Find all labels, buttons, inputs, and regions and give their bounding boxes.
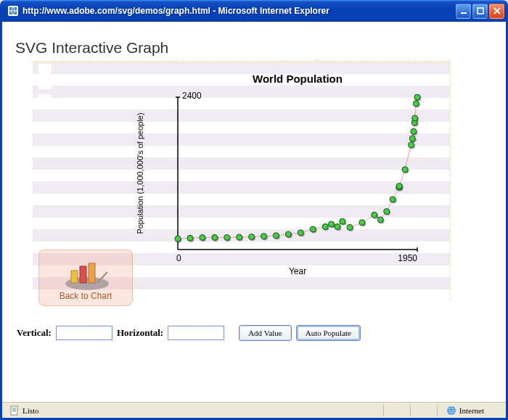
window-title: http://www.adobe.com/svg/demos/graph.htm… (22, 6, 456, 16)
svg-text:2400: 2400 (182, 91, 202, 101)
svg-point-72 (347, 224, 353, 230)
svg-point-69 (329, 221, 335, 227)
legend-placeholder (38, 64, 52, 104)
svg-rect-1 (461, 12, 467, 14)
svg-point-83 (411, 128, 417, 134)
bar-chart-icon (61, 256, 110, 291)
svg-point-63 (261, 234, 266, 239)
svg-point-71 (340, 218, 345, 224)
svg-point-76 (384, 209, 390, 215)
status-left: Listo (22, 406, 39, 415)
svg-point-65 (285, 231, 291, 237)
svg-point-87 (414, 94, 420, 100)
svg-point-67 (310, 226, 316, 232)
status-right: Internet (459, 406, 484, 415)
auto-populate-button[interactable]: Auto Populate (296, 325, 361, 341)
svg-text:Year: Year (289, 266, 306, 276)
svg-point-74 (372, 212, 377, 218)
document-icon (9, 405, 20, 416)
maximize-button[interactable] (472, 4, 488, 19)
svg-point-64 (273, 233, 279, 239)
svg-point-73 (359, 220, 365, 226)
internet-zone-icon (446, 405, 456, 416)
statusbar: Listo Internet (2, 402, 506, 418)
svg-point-86 (413, 101, 419, 107)
svg-rect-92 (11, 406, 17, 415)
svg-point-66 (298, 230, 303, 236)
svg-rect-91 (89, 263, 95, 283)
chart-panel: World Population240001950YearPopulation … (33, 61, 451, 300)
svg-point-80 (402, 167, 408, 173)
svg-point-61 (237, 234, 242, 240)
svg-point-59 (212, 234, 218, 240)
svg-point-70 (335, 224, 340, 230)
page-title: SVG Interactive Graph (15, 39, 493, 57)
vertical-label: Vertical: (17, 327, 52, 339)
add-value-button[interactable]: Add Value (239, 325, 292, 341)
svg-point-57 (187, 235, 193, 241)
svg-point-82 (409, 136, 415, 141)
svg-text:1950: 1950 (398, 253, 417, 263)
svg-rect-2 (478, 8, 483, 14)
minimize-button[interactable] (456, 4, 471, 19)
controls-row: Vertical: Horizontal: Add Value Auto Pop… (15, 325, 493, 341)
chart: World Population240001950YearPopulation … (127, 67, 432, 284)
svg-point-62 (249, 234, 255, 240)
svg-rect-90 (80, 266, 86, 283)
svg-point-79 (396, 184, 402, 189)
close-button[interactable] (489, 4, 504, 19)
svg-point-77 (390, 197, 396, 202)
vertical-input[interactable] (56, 326, 112, 340)
back-to-chart-label: Back to Chart (60, 291, 112, 301)
svg-point-60 (224, 234, 230, 240)
back-to-chart-button[interactable]: Back to Chart (38, 250, 133, 306)
svg-text:0: 0 (176, 253, 181, 263)
svg-text:World Population: World Population (253, 73, 343, 85)
horizontal-label: Horizontal: (117, 327, 163, 339)
svg-point-58 (200, 234, 205, 240)
ie-app-icon (7, 5, 19, 17)
horizontal-input[interactable] (168, 326, 224, 340)
svg-rect-89 (71, 271, 78, 283)
svg-point-81 (409, 142, 414, 148)
titlebar: http://www.adobe.com/svg/demos/graph.htm… (0, 0, 508, 22)
svg-point-75 (377, 217, 383, 223)
svg-point-68 (322, 224, 328, 230)
svg-text:Population (1,000,000's of peo: Population (1,000,000's of people) (136, 112, 144, 234)
svg-point-56 (175, 236, 181, 242)
svg-point-85 (412, 115, 418, 121)
